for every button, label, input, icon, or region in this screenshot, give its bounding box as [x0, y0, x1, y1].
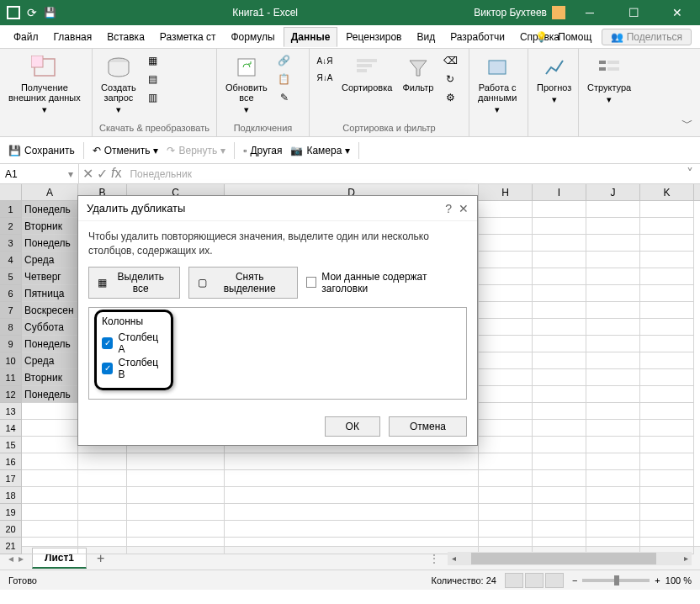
row-header[interactable]: 20 — [0, 521, 22, 538]
cell[interactable] — [640, 403, 694, 420]
row-header[interactable]: 18 — [0, 487, 22, 504]
column-b-checkbox[interactable]: ✓Столбец B — [102, 356, 166, 381]
cell[interactable] — [22, 487, 78, 504]
cell[interactable] — [533, 470, 586, 487]
cell[interactable]: Вторник — [22, 369, 78, 386]
cell[interactable] — [533, 369, 586, 386]
minimize-button[interactable]: ─ — [570, 0, 609, 25]
cell[interactable] — [127, 538, 225, 554]
show-queries-icon[interactable]: ▦ — [143, 52, 163, 69]
properties-icon[interactable]: 📋 — [274, 71, 294, 87]
formula-input[interactable]: Понедельник — [125, 168, 680, 180]
cell[interactable] — [127, 453, 225, 470]
cell[interactable] — [640, 504, 694, 521]
cell[interactable] — [22, 470, 78, 487]
ok-button[interactable]: ОК — [325, 416, 380, 437]
cell[interactable] — [586, 218, 640, 235]
cell[interactable] — [22, 437, 78, 453]
cell[interactable] — [533, 252, 586, 268]
sort-az-icon[interactable]: А↓Я — [315, 52, 335, 69]
cell[interactable] — [127, 521, 225, 538]
horizontal-scrollbar[interactable]: ◂ ▸ — [448, 552, 692, 565]
cell[interactable] — [586, 285, 640, 302]
fx-icon[interactable]: fx — [111, 166, 121, 182]
cell[interactable] — [586, 268, 640, 285]
edit-links-icon[interactable]: ✎ — [274, 89, 294, 106]
cell[interactable] — [533, 201, 586, 218]
from-table-icon[interactable]: ▤ — [143, 71, 163, 87]
cell[interactable]: Понедель — [22, 336, 78, 352]
cell[interactable] — [586, 470, 640, 487]
row-header[interactable]: 1 — [0, 201, 22, 218]
cell[interactable] — [586, 453, 640, 470]
cell[interactable] — [533, 218, 586, 235]
cell[interactable] — [640, 487, 694, 504]
cell[interactable] — [479, 235, 533, 252]
cell[interactable]: Среда — [22, 352, 78, 369]
cell[interactable] — [533, 302, 586, 319]
cell[interactable] — [586, 201, 640, 218]
cell[interactable] — [586, 437, 640, 453]
refresh-all-button[interactable]: Обновить все ▾ — [222, 52, 271, 117]
cell[interactable] — [479, 420, 533, 437]
row-header[interactable]: 14 — [0, 420, 22, 437]
cell[interactable] — [640, 470, 694, 487]
cell[interactable] — [479, 504, 533, 521]
cell[interactable] — [225, 538, 479, 554]
qat-save[interactable]: 💾Сохранить — [8, 145, 75, 156]
cell[interactable] — [78, 487, 127, 504]
name-box[interactable]: A1▾ — [0, 164, 79, 183]
cell[interactable] — [479, 201, 533, 218]
qat-other[interactable]: ▫Другая — [243, 145, 282, 156]
cell[interactable] — [586, 352, 640, 369]
collapse-ribbon-icon[interactable]: ﹀ — [681, 116, 693, 131]
cell[interactable] — [640, 252, 694, 268]
new-query-button[interactable]: Создать запрос ▾ — [98, 52, 140, 117]
cell[interactable] — [479, 403, 533, 420]
cell[interactable]: Понедель — [22, 386, 78, 403]
cell[interactable] — [640, 268, 694, 285]
cell[interactable] — [127, 487, 225, 504]
cell[interactable] — [640, 285, 694, 302]
expand-formula-icon[interactable]: ˅ — [680, 166, 700, 182]
cell[interactable] — [22, 504, 78, 521]
cell[interactable] — [479, 218, 533, 235]
col-header[interactable]: I — [533, 184, 586, 200]
cell[interactable] — [78, 470, 127, 487]
cell[interactable] — [533, 453, 586, 470]
cell[interactable] — [479, 487, 533, 504]
cell[interactable] — [586, 369, 640, 386]
qat-redo[interactable]: ↷Вернуть▾ — [167, 145, 225, 156]
cell[interactable] — [586, 420, 640, 437]
cell[interactable] — [586, 235, 640, 252]
close-button[interactable]: ✕ — [658, 0, 697, 25]
cell[interactable]: Понедель — [22, 235, 78, 252]
select-all-corner[interactable] — [0, 184, 22, 200]
scroll-thumb[interactable] — [471, 553, 656, 564]
zoom-slider[interactable] — [582, 579, 650, 582]
cell[interactable] — [225, 470, 479, 487]
scroll-right-icon[interactable]: ▸ — [680, 554, 692, 563]
cell[interactable] — [586, 504, 640, 521]
cell[interactable] — [533, 487, 586, 504]
dialog-help-icon[interactable]: ? — [445, 202, 452, 215]
row-header[interactable]: 13 — [0, 403, 22, 420]
cell[interactable] — [586, 302, 640, 319]
cell[interactable] — [640, 386, 694, 403]
cell[interactable] — [22, 521, 78, 538]
row-header[interactable]: 16 — [0, 453, 22, 470]
cell[interactable] — [78, 453, 127, 470]
cell[interactable] — [640, 235, 694, 252]
cell[interactable] — [479, 521, 533, 538]
zoom-out-icon[interactable]: − — [572, 575, 577, 585]
cell[interactable] — [586, 521, 640, 538]
row-header[interactable]: 21 — [0, 538, 22, 554]
outline-button[interactable]: Структура ▾ — [584, 52, 634, 107]
cell[interactable] — [479, 336, 533, 352]
cell[interactable] — [640, 218, 694, 235]
sort-za-icon[interactable]: Я↓А — [315, 69, 335, 86]
row-header[interactable]: 12 — [0, 386, 22, 403]
qat-undo[interactable]: ↶Отменить▾ — [93, 145, 159, 156]
view-pagelayout-icon[interactable] — [525, 573, 544, 588]
cell[interactable] — [22, 420, 78, 437]
